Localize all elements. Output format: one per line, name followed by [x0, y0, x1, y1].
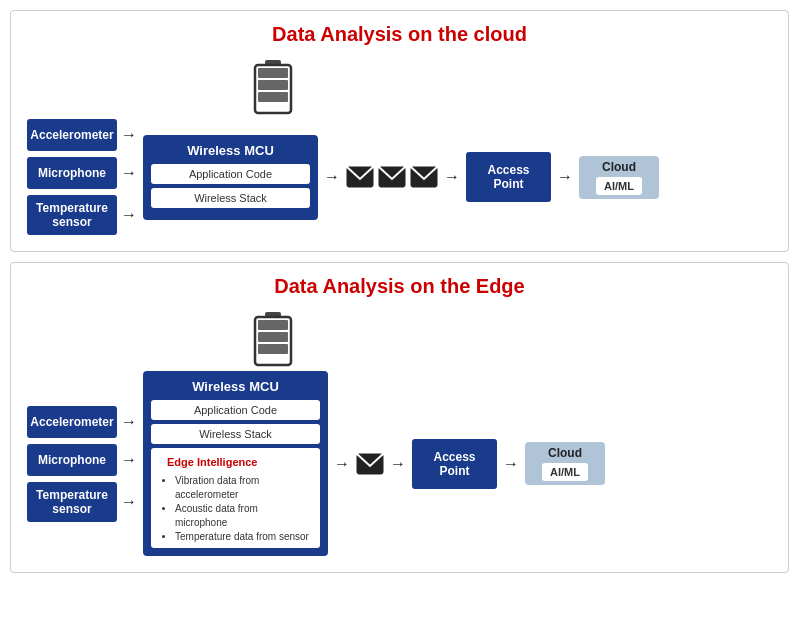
- arrow-mic-bot: →: [121, 451, 137, 469]
- top-sensors-col: Accelerometer → Microphone → Temperature…: [27, 119, 137, 235]
- mcu-block-bot: Wireless MCU Application Code Wireless S…: [143, 371, 328, 556]
- battery-icon-bottom: [253, 312, 293, 367]
- arrow-to-ap-top: →: [444, 168, 460, 186]
- cloud-label-top: Cloud: [602, 160, 636, 174]
- mcu-title-bot: Wireless MCU: [151, 379, 320, 394]
- mcu-block-top: Wireless MCU Application Code Wireless S…: [143, 135, 318, 220]
- arrow-mcu-email-bot: →: [334, 455, 350, 473]
- sensor-row-mic-bot: Microphone →: [27, 444, 137, 476]
- mcu-title-top: Wireless MCU: [151, 143, 310, 158]
- sensor-row-mic-top: Microphone →: [27, 157, 137, 189]
- top-title: Data Analysis on the cloud: [27, 23, 772, 46]
- svg-rect-3: [258, 80, 288, 90]
- aiml-top: AI/ML: [596, 177, 642, 195]
- email-icons-bot: [356, 453, 384, 475]
- bullet-1: Vibration data from accelerometer: [175, 474, 312, 502]
- edge-intelligence-label: Edge Intelligence: [159, 452, 312, 472]
- access-point-bot: Access Point: [412, 439, 497, 489]
- cloud-label-bot: Cloud: [548, 446, 582, 460]
- accelerometer-box-bot: Accelerometer: [27, 406, 117, 438]
- accelerometer-box-top: Accelerometer: [27, 119, 117, 151]
- bottom-title: Data Analysis on the Edge: [27, 275, 772, 298]
- email-icon-1: [346, 166, 374, 188]
- arrow-to-ap-bot: →: [390, 455, 406, 473]
- email-icon-2: [378, 166, 406, 188]
- temperature-box-top: Temperature sensor: [27, 195, 117, 235]
- microphone-box-top: Microphone: [27, 157, 117, 189]
- sensor-row-accelerometer-bot: Accelerometer →: [27, 406, 137, 438]
- main-diagram: Data Analysis on the cloud Accelerometer…: [10, 10, 789, 573]
- email-icons-top: [346, 166, 438, 188]
- bullet-3: Temperature data from sensor: [175, 530, 312, 544]
- arrow-temp-top: →: [121, 206, 137, 224]
- sensor-row-temp-top: Temperature sensor →: [27, 195, 137, 235]
- email-icon-3: [410, 166, 438, 188]
- arrow-mic-top: →: [121, 164, 137, 182]
- sensor-row-temp-bot: Temperature sensor →: [27, 482, 137, 522]
- cloud-block-bot: Cloud AI/ML: [525, 442, 605, 485]
- email-icon-bot-1: [356, 453, 384, 475]
- bottom-section: Data Analysis on the Edge Accelerometer …: [10, 262, 789, 573]
- top-section: Data Analysis on the cloud Accelerometer…: [10, 10, 789, 252]
- svg-rect-12: [258, 344, 288, 354]
- arrow-accel-bot: →: [121, 413, 137, 431]
- access-point-top: Access Point: [466, 152, 551, 202]
- bullet-2: Acoustic data from microphone: [175, 502, 312, 530]
- svg-rect-4: [258, 92, 288, 102]
- bottom-flow: Accelerometer → Microphone → Temperature…: [27, 371, 772, 556]
- microphone-box-bot: Microphone: [27, 444, 117, 476]
- top-flow: Accelerometer → Microphone → Temperature…: [27, 119, 772, 235]
- battery-icon-top: [253, 60, 293, 115]
- aiml-bot: AI/ML: [542, 463, 588, 481]
- arrow-temp-bot: →: [121, 493, 137, 511]
- arrow-to-cloud-bot: →: [503, 455, 519, 473]
- svg-rect-2: [258, 68, 288, 78]
- arrow-to-cloud-top: →: [557, 168, 573, 186]
- bottom-sensors-col: Accelerometer → Microphone → Temperature…: [27, 406, 137, 522]
- sensor-row-accelerometer-top: Accelerometer →: [27, 119, 137, 151]
- cloud-block-top: Cloud AI/ML: [579, 156, 659, 199]
- mcu-wireless-stack-bot: Wireless Stack: [151, 424, 320, 444]
- mcu-app-code-top: Application Code: [151, 164, 310, 184]
- arrow-mcu-email-top: →: [324, 168, 340, 186]
- temperature-box-bot: Temperature sensor: [27, 482, 117, 522]
- mcu-app-code-bot: Application Code: [151, 400, 320, 420]
- svg-rect-11: [258, 332, 288, 342]
- arrow-accel-top: →: [121, 126, 137, 144]
- svg-rect-10: [258, 320, 288, 330]
- mcu-wireless-stack-top: Wireless Stack: [151, 188, 310, 208]
